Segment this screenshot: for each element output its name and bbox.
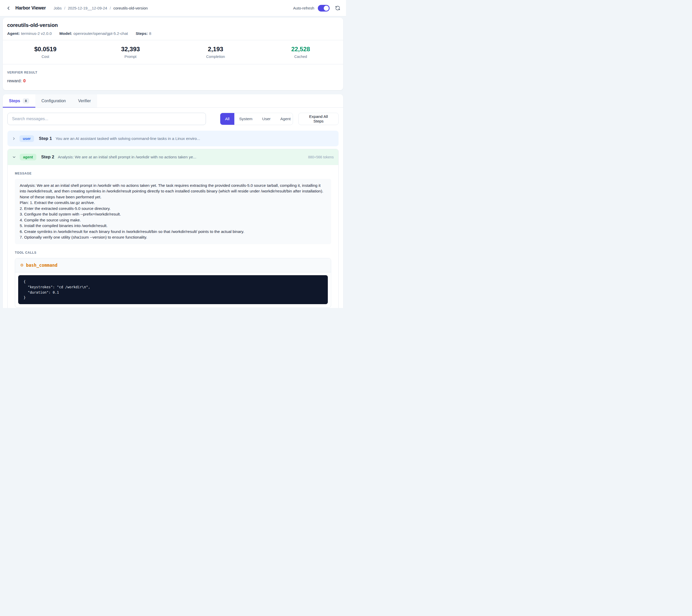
search-input[interactable] (7, 113, 206, 125)
job-summary-card: coreutils-old-version Agent:terminus-2 v… (3, 18, 343, 90)
refresh-icon (335, 5, 340, 11)
tab-steps-count-badge: 8 (23, 98, 29, 104)
tab-verifier[interactable]: Verifier (72, 94, 97, 107)
filter-system-button[interactable]: System (234, 113, 257, 125)
auto-refresh-label: Auto-refresh (293, 6, 314, 10)
tool-call-1-body: { "keystrokes": "cd /workdir\n", "durati… (15, 272, 331, 308)
filter-all-button[interactable]: All (220, 113, 234, 125)
reward-value: 0 (23, 79, 26, 83)
step-2-preview: Analysis: We are at an initial shell pro… (58, 155, 196, 160)
meta-agent-value: terminus-2 v2.0.0 (21, 31, 52, 36)
stat-prompt-value: 32,393 (88, 46, 173, 53)
tab-steps-label: Steps (9, 99, 20, 103)
breadcrumb-separator: / (64, 6, 65, 10)
reward-label: reward: (7, 79, 22, 83)
step-2-title: Step 2 (41, 154, 54, 160)
chevron-right-icon (12, 137, 16, 141)
role-badge-agent: agent (20, 154, 36, 161)
step-1-title: Step 1 (39, 136, 52, 141)
verifier-result-label: VERIFIER RESULT (7, 71, 37, 74)
stat-prompt: 32,393 Prompt (88, 46, 173, 59)
auto-refresh-toggle[interactable] (318, 5, 330, 12)
meta-steps-value: 8 (149, 31, 151, 36)
stat-cached-value: 22,528 (258, 46, 343, 53)
breadcrumb: Jobs / 2025-12-19__12-09-24 / coreutils-… (53, 6, 148, 10)
stat-completion: 2,193 Completion (173, 46, 258, 59)
tab-steps[interactable]: Steps 8 (3, 94, 35, 107)
tool-call-1-header[interactable]: ⚙ bash_command (15, 258, 331, 272)
tab-verifier-label: Verifier (78, 99, 91, 103)
breadcrumb-separator: / (110, 6, 111, 10)
tab-configuration-label: Configuration (42, 99, 66, 103)
steps-list: user Step 1 You are an AI assistant task… (3, 125, 343, 308)
verifier-result-block: VERIFIER RESULT reward:0 (3, 64, 343, 85)
job-title: coreutils-old-version (3, 22, 343, 28)
steps-controls: All System User Agent Expand All Steps (3, 108, 343, 125)
app-title: Harbor Viewer (15, 5, 46, 11)
stats-row: $0.0519 Cost 32,393 Prompt 2,193 Complet… (3, 40, 343, 64)
tab-configuration[interactable]: Configuration (35, 94, 72, 107)
filter-user-button[interactable]: User (257, 113, 276, 125)
back-button[interactable] (5, 5, 12, 12)
stat-prompt-label: Prompt (88, 55, 173, 59)
meta-steps: Steps:8 (136, 31, 151, 36)
breadcrumb-task: coreutils-old-version (113, 6, 148, 10)
refresh-button[interactable] (334, 5, 341, 12)
message-content: Analysis: We are at an initial shell pro… (15, 179, 331, 244)
toggle-knob (324, 6, 329, 11)
meta-steps-label: Steps: (136, 31, 148, 36)
stat-cost: $0.0519 Cost (3, 46, 88, 59)
meta-agent: Agent:terminus-2 v2.0.0 (7, 31, 52, 36)
stat-cost-label: Cost (3, 55, 88, 59)
tab-list: Steps 8 Configuration Verifier (3, 94, 97, 107)
chevron-left-icon (6, 6, 11, 10)
stat-cached-label: Cached (258, 55, 343, 59)
filter-agent-button[interactable]: Agent (275, 113, 293, 125)
message-section-label: MESSAGE (15, 172, 331, 175)
expand-all-steps-button[interactable]: Expand All Steps (298, 113, 339, 125)
step-1-preview: You are an AI assistant tasked with solv… (56, 136, 200, 141)
tool-calls-section-label: TOOL CALLS (15, 251, 331, 254)
step-2-container: agent Step 2 Analysis: We are at an init… (7, 149, 339, 308)
meta-model: Model:openrouter/openai/gpt-5.2-chat (60, 31, 128, 36)
stat-completion-value: 2,193 (173, 46, 258, 53)
steps-main-card: Steps 8 Configuration Verifier All Syste… (3, 94, 343, 308)
gear-icon: ⚙ (20, 263, 24, 267)
chevron-down-icon (12, 155, 16, 159)
step-2-header-row[interactable]: agent Step 2 Analysis: We are at an init… (8, 149, 338, 165)
stat-cached: 22,528 Cached (258, 46, 343, 59)
role-filter-group: All System User Agent (220, 113, 293, 125)
stat-cost-value: $0.0519 (3, 46, 88, 53)
app-header: Harbor Viewer Jobs / 2025-12-19__12-09-2… (0, 0, 346, 16)
step-1-row[interactable]: user Step 1 You are an AI assistant task… (7, 131, 339, 146)
step-2-body: MESSAGE Analysis: We are at an initial s… (8, 172, 338, 308)
stat-completion-label: Completion (173, 55, 258, 59)
meta-model-value: openrouter/openai/gpt-5.2-chat (73, 31, 128, 36)
breadcrumb-run[interactable]: 2025-12-19__12-09-24 (68, 6, 107, 10)
tool-call-1-arguments: { "keystrokes": "cd /workdir\n", "durati… (18, 275, 328, 304)
step-2-token-count: 880+566 tokens (304, 155, 334, 159)
reward-line: reward:0 (7, 79, 339, 84)
tool-call-card-1: ⚙ bash_command { "keystrokes": "cd /work… (15, 258, 331, 308)
meta-agent-label: Agent: (7, 31, 20, 36)
job-meta: Agent:terminus-2 v2.0.0 Model:openrouter… (3, 28, 343, 40)
breadcrumb-jobs[interactable]: Jobs (53, 6, 62, 10)
tab-bar: Steps 8 Configuration Verifier (3, 94, 343, 108)
meta-model-label: Model: (60, 31, 72, 36)
role-badge-user: user (19, 135, 34, 142)
tool-call-1-name: bash_command (26, 263, 57, 268)
